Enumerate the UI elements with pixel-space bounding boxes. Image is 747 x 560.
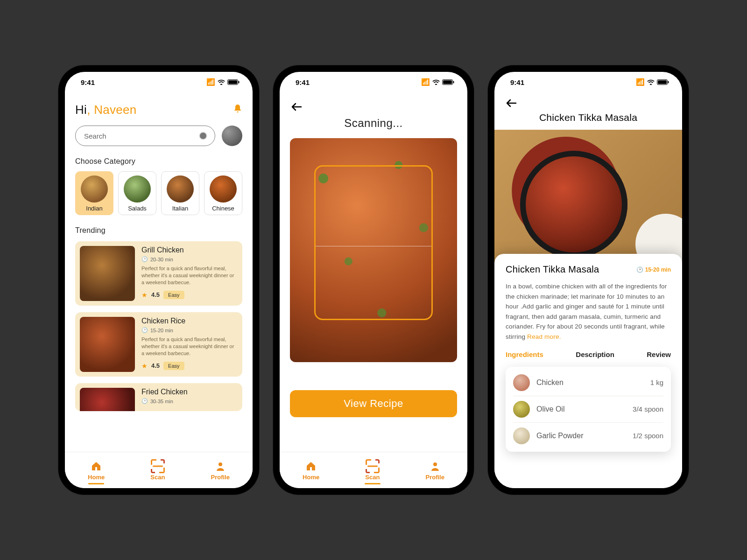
category-image — [81, 175, 108, 203]
status-icons: 📶 — [421, 78, 454, 86]
scan-line — [316, 246, 431, 246]
clock-icon: 🕑 — [141, 256, 148, 262]
recipe-title: Grill Chicken — [141, 246, 238, 254]
nav-scan[interactable]: Scan — [150, 460, 165, 481]
clock-icon: 🕑 — [636, 266, 643, 273]
svg-point-7 — [433, 462, 437, 466]
recipe-image — [80, 246, 135, 301]
battery-icon — [657, 78, 669, 86]
recipe-desc: Perfect for a quick and flavorful meal, … — [141, 336, 238, 357]
ingredient-image — [513, 401, 530, 418]
nav-scan[interactable]: Scan — [365, 460, 380, 481]
svg-rect-9 — [658, 80, 667, 84]
clock-icon: 🕑 — [141, 398, 148, 404]
nav-home[interactable]: Home — [303, 460, 319, 481]
star-icon: ★ — [141, 291, 148, 299]
category-salads[interactable]: Salads — [118, 171, 156, 215]
status-time: 9:41 — [296, 78, 310, 86]
view-recipe-button[interactable]: View Recipe — [290, 390, 457, 417]
ingredient-image — [513, 427, 530, 444]
ingredient-image — [513, 374, 530, 391]
scan-icon — [366, 460, 380, 472]
recipe-image — [80, 317, 135, 372]
phone-frame-detail: 9:41 📶 Chicken Tikka Masala Chicken Tikk… — [488, 65, 689, 495]
page-title: Chicken Tikka Masala — [505, 112, 672, 123]
category-image — [124, 175, 151, 203]
status-bar: 9:41 📶 — [280, 72, 467, 92]
ingredients-card: Chicken 1 kg Olive Oil 3/4 spoon Garlic … — [506, 367, 671, 452]
recipe-desc: Perfect for a quick and flavorful meal, … — [141, 265, 238, 286]
profile-icon — [430, 460, 441, 472]
category-image — [167, 175, 194, 203]
scan-icon — [151, 460, 165, 472]
difficulty-badge: Easy — [163, 291, 184, 299]
clock-icon: 🕑 — [141, 327, 148, 333]
category-indian[interactable]: Indian — [75, 171, 113, 215]
bottom-nav: Home Scan Profile — [65, 452, 253, 488]
nav-profile[interactable]: Profile — [211, 460, 229, 481]
search-input[interactable]: Search — [75, 126, 215, 146]
recipe-title: Fried Chicken — [141, 388, 238, 396]
battery-icon — [227, 78, 240, 86]
status-bar: 9:41 📶 — [65, 72, 253, 92]
back-button[interactable] — [291, 101, 457, 114]
phone-frame-scan: 9:41 📶 Scanning... View Recipe Home — [273, 65, 474, 495]
status-time: 9:41 — [81, 78, 95, 86]
status-time: 9:41 — [510, 78, 524, 86]
choose-category-label: Choose Category — [75, 157, 242, 166]
trending-card[interactable]: Grill Chicken 🕑20-30 min Perfect for a q… — [75, 241, 242, 306]
tab-description[interactable]: Description — [576, 350, 614, 358]
ingredient-row: Chicken 1 kg — [513, 370, 663, 396]
svg-rect-1 — [228, 80, 237, 84]
battery-icon — [442, 78, 454, 86]
wifi-icon — [647, 78, 655, 86]
recipe-title: Chicken Rice — [141, 317, 238, 325]
profile-icon — [215, 460, 226, 472]
category-image — [210, 175, 237, 203]
search-icon — [200, 133, 206, 139]
greeting: Hi, Naveen — [75, 103, 137, 117]
wifi-icon — [432, 78, 440, 86]
status-bar: 9:41 📶 — [494, 72, 682, 92]
svg-rect-6 — [453, 81, 454, 83]
status-icons: 📶 — [206, 78, 240, 86]
recipe-title: Chicken Tikka Masala — [506, 264, 599, 275]
scan-frame — [314, 165, 433, 320]
tab-review[interactable]: Review — [647, 350, 671, 358]
nav-home[interactable]: Home — [88, 460, 105, 481]
status-icons: 📶 — [636, 78, 669, 86]
signal-icon: 📶 — [636, 78, 645, 86]
hero-image — [494, 130, 682, 265]
svg-rect-2 — [239, 81, 240, 83]
svg-point-3 — [218, 462, 222, 466]
detail-sheet: Chicken Tikka Masala 🕑15-20 min In a bow… — [494, 254, 682, 488]
search-placeholder: Search — [84, 132, 106, 140]
signal-icon: 📶 — [421, 78, 430, 86]
svg-rect-5 — [443, 80, 452, 84]
trending-card[interactable]: Fried Chicken 🕑30-35 min — [75, 383, 242, 411]
tab-ingredients[interactable]: Ingredients — [506, 350, 543, 358]
cook-time: 🕑15-20 min — [636, 266, 671, 273]
notifications-icon[interactable] — [233, 104, 242, 116]
scan-preview — [290, 138, 457, 362]
trending-label: Trending — [75, 226, 242, 235]
back-button[interactable] — [506, 97, 672, 110]
star-icon: ★ — [141, 362, 148, 370]
ingredient-row: Olive Oil 3/4 spoon — [513, 396, 663, 423]
svg-rect-10 — [668, 81, 669, 83]
wifi-icon — [218, 78, 225, 86]
category-italian[interactable]: Italian — [161, 171, 199, 215]
signal-icon: 📶 — [206, 78, 215, 86]
difficulty-badge: Easy — [163, 362, 184, 370]
trending-card[interactable]: Chicken Rice 🕑15-20 min Perfect for a qu… — [75, 312, 242, 377]
category-chinese[interactable]: Chinese — [204, 171, 242, 215]
scanning-label: Scanning... — [290, 117, 457, 130]
home-icon — [305, 460, 317, 472]
nav-profile[interactable]: Profile — [425, 460, 444, 481]
bottom-nav: Home Scan Profile — [280, 452, 467, 488]
recipe-description: In a bowl, combine chicken with all of t… — [506, 281, 671, 342]
ingredient-row: Garlic Powder 1/2 spoon — [513, 423, 663, 449]
avatar[interactable] — [222, 126, 242, 146]
read-more-link[interactable]: Read more. — [527, 333, 561, 340]
recipe-image — [80, 388, 135, 411]
